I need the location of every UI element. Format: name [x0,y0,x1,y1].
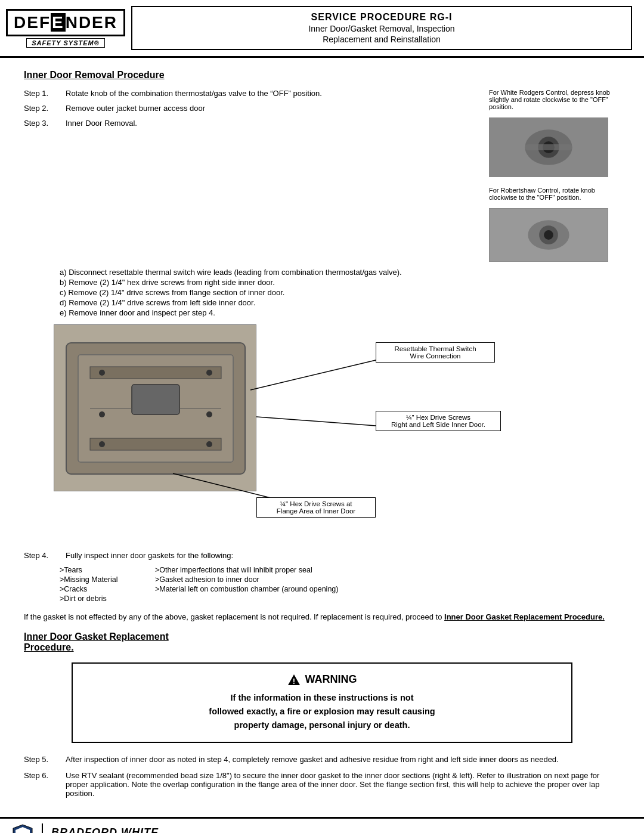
top-area: Step 1. Rotate knob of the combination t… [24,89,620,262]
svg-point-8 [544,230,553,240]
svg-rect-12 [90,367,221,379]
page-header: DEFENDER SAFETY SYSTEM® SERVICE PROCEDUR… [0,0,644,58]
step4-intro: Fully inspect inner door gaskets for the… [66,551,620,560]
step1-content: Rotate knob of the combination thermosta… [66,89,477,98]
callout3-box: ¼" Hex Drive Screws atFlange Area of Inn… [256,497,376,518]
inspection-cell: >Gasket adhesion to inner door [155,575,620,584]
warning-title: ! WARNING [91,673,553,686]
step6-row: Step 6. Use RTV sealant (recommended bea… [24,771,620,798]
step6-content: Use RTV sealant (recommended bead size 1… [66,771,620,798]
step2-label: Step 2. [24,104,66,113]
images-right: For White Rodgers Control, depress knob … [489,89,620,262]
svg-point-17 [206,441,212,447]
step4-paragraph: If the gasket is not effected by any of … [24,611,620,623]
callout3-text: ¼" Hex Drive Screws atFlange Area of Inn… [277,500,355,515]
inspection-cell: >Material left on combustion chamber (ar… [155,585,620,593]
inspection-cell: >Cracks [60,585,155,593]
substep-e: e) Remove inner door and inspect per ste… [60,308,620,317]
svg-line-24 [256,417,376,426]
service-procedure-title: SERVICE PROCEDURE RG-I [311,12,453,23]
svg-rect-4 [525,144,572,150]
step3-row: Step 3. Inner Door Removal. [24,119,477,128]
svg-rect-13 [90,438,221,450]
callout1-box: Resettable Thermal SwitchWire Connection [376,342,495,363]
diagram-area: Resettable Thermal SwitchWire Connection… [24,324,620,539]
header-title-box: SERVICE PROCEDURE RG-I Inner Door/Gasket… [131,6,632,50]
img2-svg [490,208,608,262]
substep-a: a) Disconnect resettable thermal switch … [60,268,620,277]
step2-row: Step 2. Remove outer jacket burner acces… [24,104,477,113]
section2-heading-line1: Inner Door Gasket Replacement [24,631,169,642]
step6-label: Step 6. [24,771,66,780]
warning-icon: ! [287,673,301,686]
bw-shield-icon: B [12,823,33,833]
callout2-box: ¼" Hex Drive ScrewsRight and Left Side I… [376,411,501,431]
step3-label: Step 3. [24,119,66,128]
inspection-cell: >Missing Material [60,575,155,584]
inspection-cell [155,594,620,603]
defender-logo-area: DEFENDER SAFETY SYSTEM® [12,6,119,50]
page-footer: B BRADFORD WHITE CORPORATION 6 [0,817,644,833]
img2-caption: For Robertshaw Control, rotate knob cloc… [489,187,620,201]
inspection-cell: >Tears [60,566,155,574]
warning-line2: followed exactly, a fire or explosion ma… [91,705,553,719]
callout1-text: Resettable Thermal SwitchWire Connection [394,345,476,360]
bw-logo: B BRADFORD WHITE CORPORATION [12,823,159,833]
substep-list: a) Disconnect resettable thermal switch … [60,268,620,317]
section2-heading-line2: Procedure. [24,642,74,652]
step5-row: Step 5. After inspection of inner door a… [24,755,620,764]
step1-label: Step 1. [24,89,66,98]
warning-text: If the information in these instructions… [91,691,553,733]
svg-point-18 [99,411,105,417]
service-subtitle-line1: Inner Door/Gasket Removal, Inspection [308,24,454,33]
svg-rect-20 [132,385,179,414]
section1-heading: Inner Door Removal Procedure [24,70,620,80]
warning-line3: property damage, personal injury or deat… [91,719,553,732]
diagram-svg-img [54,325,256,491]
inspection-cell: >Dirt or debris [60,594,155,603]
safety-system-label: SAFETY SYSTEM® [26,38,105,48]
img1-caption: For White Rodgers Control, depress knob … [489,89,620,110]
callout2-text: ¼" Hex Drive ScrewsRight and Left Side I… [391,414,485,428]
warning-label: WARNING [305,673,357,686]
step2-content: Remove outer jacket burner access door [66,104,477,113]
steps-left: Step 1. Rotate knob of the combination t… [24,89,477,262]
img1-svg [490,117,608,177]
bw-logo-text: BRADFORD WHITE CORPORATION [51,826,159,833]
step4-area: Step 4. Fully inspect inner door gaskets… [24,551,620,603]
inspection-grid: >Tears>Other imperfections that will inh… [60,566,620,603]
defender-logo: DEFENDER [6,9,125,36]
page-number: 6 [628,831,632,833]
svg-point-14 [99,370,105,376]
step4-row: Step 4. Fully inspect inner door gaskets… [24,551,620,560]
main-content: Inner Door Removal Procedure Step 1. Rot… [0,58,644,817]
bw-brand-name: BRADFORD WHITE [51,826,159,833]
step5-content: After inspection of inner door as noted … [66,755,620,764]
svg-point-15 [206,370,212,376]
section2-heading: Inner Door Gasket Replacement Procedure. [24,631,620,653]
svg-text:!: ! [292,677,295,686]
svg-point-16 [99,441,105,447]
img2-box [489,208,608,262]
service-subtitle-line2: Replacement and Reinstallation [323,35,441,44]
step3-content: Inner Door Removal. [66,119,477,128]
warning-line1: If the information in these instructions… [91,691,553,705]
substep-c: c) Remove (2) 1/4" drive screws from fla… [60,288,620,297]
warning-box: ! WARNING If the information in these in… [72,662,572,744]
bw-logo-divider [42,823,43,833]
step1-row: Step 1. Rotate knob of the combination t… [24,89,477,98]
img1-box [489,117,608,177]
diagram-image [54,324,256,491]
substep-d: d) Remove (2) 1/4" drive screws from lef… [60,298,620,307]
substep-b: b) Remove (2) 1/4" hex drive screws from… [60,278,620,287]
svg-point-19 [206,411,212,417]
step4-label: Step 4. [24,551,66,560]
step5-label: Step 5. [24,755,66,764]
inspection-cell: >Other imperfections that will inhibit p… [155,566,620,574]
svg-line-23 [250,360,376,390]
img1-inner [490,118,608,176]
